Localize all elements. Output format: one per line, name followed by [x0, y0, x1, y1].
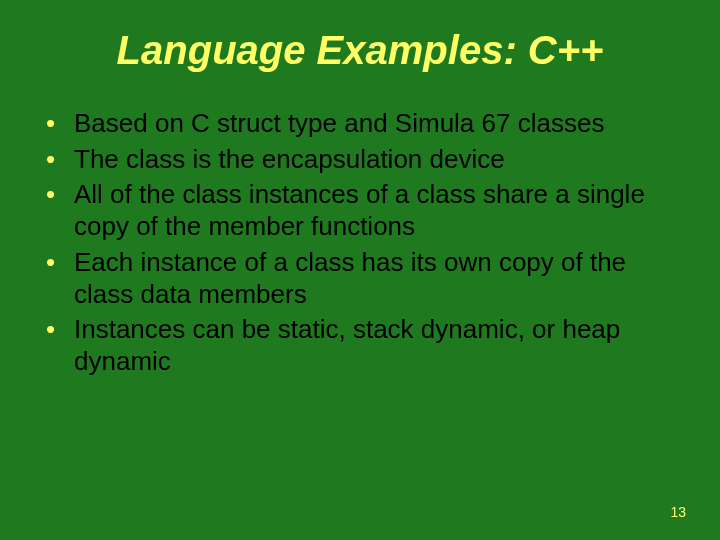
- slide-title: Language Examples: C++: [36, 28, 684, 72]
- bullet-list: Based on C struct type and Simula 67 cla…: [36, 108, 684, 378]
- page-number: 13: [670, 504, 686, 520]
- list-item: Each instance of a class has its own cop…: [42, 247, 684, 310]
- list-item: Instances can be static, stack dynamic, …: [42, 314, 684, 377]
- slide: Language Examples: C++ Based on C struct…: [0, 0, 720, 540]
- list-item: The class is the encapsulation device: [42, 144, 684, 176]
- list-item: Based on C struct type and Simula 67 cla…: [42, 108, 684, 140]
- list-item: All of the class instances of a class sh…: [42, 179, 684, 242]
